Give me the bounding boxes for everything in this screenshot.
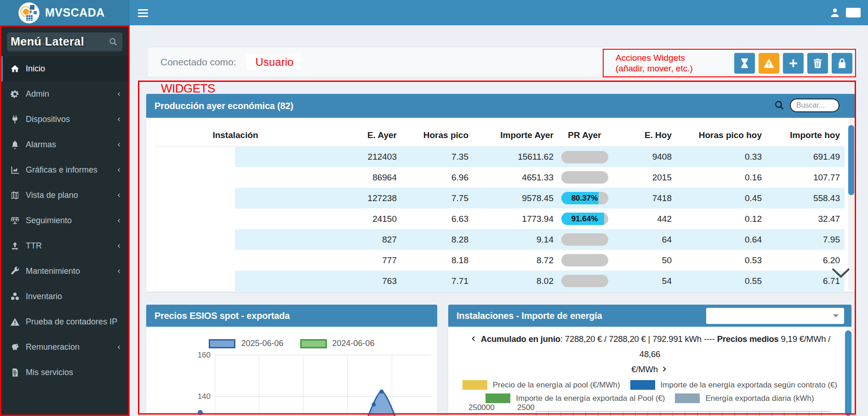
legend-item[interactable]: Precio de la energía al pool (€/MWh) bbox=[463, 380, 620, 390]
legend-item[interactable]: Energía exportada diaria (kWh) bbox=[675, 393, 814, 403]
area-series-peak bbox=[367, 389, 396, 416]
chevron-left-icon[interactable] bbox=[469, 333, 477, 345]
column-header[interactable]: Horas pico hoy bbox=[676, 127, 766, 146]
brand[interactable]: MVSCADA bbox=[0, 0, 130, 25]
chevron-left-icon bbox=[116, 167, 122, 173]
installation-select[interactable] bbox=[706, 308, 844, 324]
table-row[interactable]: 8278.289.14640.647.95 bbox=[155, 229, 845, 250]
chevron-right-icon[interactable] bbox=[661, 363, 668, 375]
lock-button[interactable] bbox=[832, 53, 852, 74]
value-cell: 7.35 bbox=[401, 146, 473, 167]
legend-item[interactable]: Importe de la energía exportada al Pool … bbox=[485, 393, 665, 403]
table-row[interactable]: 7637.718.02540.556.71 bbox=[155, 271, 845, 291]
importe-legend-row-2: Importe de la energía exportada al Pool … bbox=[448, 393, 851, 403]
sidebar-search-input[interactable] bbox=[7, 32, 123, 52]
sidebar-item-inventario[interactable]: Inventario bbox=[1, 284, 128, 309]
sidebar-item-ttr[interactable]: TTR bbox=[1, 233, 128, 259]
sidebar-item-mantenimiento[interactable]: Mantenimiento bbox=[1, 259, 128, 284]
value-cell: 212403 bbox=[320, 146, 401, 167]
table-row[interactable]: 1272387.759578.4580.37%74180.45558.43 bbox=[155, 188, 845, 208]
map-icon bbox=[9, 191, 21, 200]
value-cell: 827 bbox=[320, 229, 401, 250]
search-icon[interactable] bbox=[108, 37, 118, 47]
value-cell: 127238 bbox=[320, 188, 401, 208]
value-cell: 9578.45 bbox=[473, 188, 558, 208]
sidebar-item-inicio[interactable]: Inicio bbox=[1, 56, 128, 81]
sidebar-item-remuneracion[interactable]: Remuneracion bbox=[1, 335, 128, 360]
piggy-bank-icon bbox=[9, 342, 21, 352]
sidebar-menu: InicioAdminDispositivosAlarmasGráficas e… bbox=[1, 56, 128, 385]
legend-swatch bbox=[630, 380, 655, 390]
value-cell: 0.12 bbox=[676, 208, 766, 229]
table-row[interactable]: 241506.631773.9491.64%4420.1232.47 bbox=[155, 208, 845, 229]
table-row[interactable]: 7778.188.72500.536.20 bbox=[155, 250, 845, 271]
hamburger-icon[interactable] bbox=[138, 7, 149, 17]
upload-icon bbox=[9, 241, 21, 251]
x-axis-ticks bbox=[536, 411, 830, 416]
chevron-down-icon[interactable] bbox=[830, 263, 851, 282]
column-header[interactable]: Importe hoy bbox=[766, 127, 845, 146]
table-scrollbar-thumb[interactable] bbox=[848, 125, 854, 195]
chevron-left-icon bbox=[116, 142, 122, 148]
sidebar-item-admin[interactable]: Admin bbox=[1, 81, 128, 107]
value-cell: 7.75 bbox=[401, 188, 473, 208]
pr-ayer-cell bbox=[558, 229, 616, 250]
warning-button[interactable] bbox=[759, 53, 779, 74]
trash-button[interactable] bbox=[807, 53, 828, 74]
value-cell: 558.43 bbox=[766, 188, 845, 208]
pr-ayer-cell bbox=[558, 250, 616, 271]
annotation-user: Usuario bbox=[246, 54, 303, 70]
hidden-installation-name bbox=[155, 167, 235, 188]
legend-swatch bbox=[675, 393, 700, 403]
column-header[interactable]: E. Hoy bbox=[616, 127, 676, 146]
production-table: InstalaciónE. AyerHoras picoImporte Ayer… bbox=[155, 127, 845, 291]
widget-actions-toolbar bbox=[734, 53, 855, 74]
hidden-installation-name bbox=[155, 271, 235, 291]
y-axis-label-right: 2500 bbox=[517, 403, 535, 412]
value-cell: 54 bbox=[616, 271, 676, 291]
y-axis-label-left: 250000 bbox=[468, 403, 495, 412]
column-header[interactable]: PR Ayer bbox=[558, 127, 616, 146]
value-cell: 107.77 bbox=[766, 167, 845, 188]
column-header[interactable]: Horas pico bbox=[401, 127, 473, 146]
widget-importe: Instalaciones - Importe de energía Acumu… bbox=[448, 305, 851, 416]
plus-button[interactable] bbox=[783, 53, 804, 74]
legend-item[interactable]: Importe de la energía exportada según co… bbox=[630, 380, 838, 390]
value-cell: 6.63 bbox=[401, 208, 473, 229]
value-cell: 24150 bbox=[320, 208, 401, 229]
sidebar-item-dispositivos[interactable]: Dispositivos bbox=[1, 107, 128, 132]
sidebar-item-alarmas[interactable]: Alarmas bbox=[1, 132, 128, 157]
wrench-icon bbox=[9, 266, 21, 276]
widget-importe-header[interactable]: Instalaciones - Importe de energía bbox=[448, 305, 851, 327]
value-cell: 777 bbox=[320, 250, 401, 271]
column-header[interactable]: Importe Ayer bbox=[473, 127, 558, 146]
sidebar-item-seguimiento[interactable]: Seguimiento bbox=[1, 208, 128, 233]
search-icon[interactable] bbox=[773, 99, 785, 111]
sidebar-item-vista-de-plano[interactable]: Vista de plano bbox=[1, 183, 128, 208]
sidebar-item-graficas-e-informes[interactable]: Gráficas e informes bbox=[1, 157, 128, 183]
sidebar-item-mis-servicios[interactable]: Mis servicios bbox=[1, 360, 128, 385]
pr-progress-pill-empty bbox=[561, 275, 608, 287]
app-logo-icon bbox=[18, 2, 40, 23]
connected-label: Conectado como: bbox=[160, 57, 236, 68]
legend-item[interactable]: 2024-06-06 bbox=[300, 339, 375, 348]
user-menu-box[interactable] bbox=[846, 8, 861, 17]
user-icon[interactable] bbox=[829, 7, 840, 18]
home-icon bbox=[9, 64, 21, 74]
widget-esios-title: Precios ESIOS spot - exportada bbox=[154, 311, 290, 321]
sidebar-item-prueba-de-contadores-ip[interactable]: Prueba de contadores IP bbox=[1, 309, 128, 335]
importe-scrollbar-thumb[interactable] bbox=[845, 330, 851, 416]
table-row[interactable]: 2124037.3515611.6294080.33691.49 bbox=[155, 146, 845, 167]
hourglass-button[interactable] bbox=[734, 53, 755, 74]
annotation-actions-label: Acciones Widgets (añadir, mover, etc.) bbox=[604, 52, 693, 74]
widget-esios-header[interactable]: Precios ESIOS spot - exportada bbox=[146, 305, 437, 327]
column-header[interactable]: Instalación bbox=[155, 127, 320, 146]
column-header[interactable]: E. Ayer bbox=[320, 127, 401, 146]
value-cell: 7418 bbox=[616, 188, 676, 208]
value-cell: 50 bbox=[616, 250, 676, 271]
legend-item[interactable]: 2025-06-06 bbox=[209, 339, 283, 348]
pr-ayer-cell bbox=[558, 167, 616, 188]
table-search-input[interactable] bbox=[790, 98, 839, 112]
widget-produccion-header[interactable]: Producción ayer económica (82) bbox=[146, 94, 855, 118]
table-row[interactable]: 869646.964651.3320150.16107.77 bbox=[155, 167, 845, 188]
